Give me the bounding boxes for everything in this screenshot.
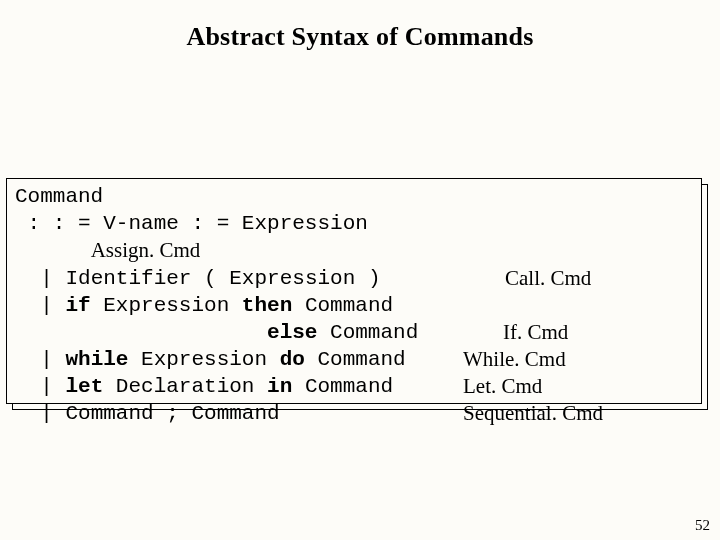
term-command: Command: [318, 348, 406, 371]
label-call: Call. Cmd: [505, 265, 591, 292]
grammar-prod-call: | Identifier ( Expression )Call. Cmd: [15, 265, 693, 292]
grammar-prod-assign: : : = V-name : = Expression: [15, 210, 693, 237]
paren-open: (: [191, 267, 229, 290]
label-let: Let. Cmd: [463, 373, 542, 400]
grammar-bar: |: [15, 348, 65, 371]
kw-in: in: [254, 375, 304, 398]
kw-if: if: [65, 294, 103, 317]
term-expression: Expression: [242, 212, 368, 235]
term-expression: Expression: [103, 294, 229, 317]
term-expression: Expression: [229, 267, 355, 290]
term-expression: Expression: [141, 348, 267, 371]
term-command: Command: [305, 375, 393, 398]
label-while: While. Cmd: [463, 346, 566, 373]
term-command: Command: [65, 402, 153, 425]
grammar-prod-if: | if Expression then Command: [15, 292, 693, 319]
grammar-prod-let: | let Declaration in CommandLet. Cmd: [15, 373, 693, 400]
term-declaration: Declaration: [116, 375, 255, 398]
term-command: Command: [191, 402, 279, 425]
term-vname: V-name: [103, 212, 179, 235]
kw-then: then: [229, 294, 305, 317]
grammar-prod-else: else CommandIf. Cmd: [15, 319, 693, 346]
grammar-prod-seq: | Command ; CommandSequential. Cmd: [15, 400, 693, 427]
op-semicolon: ;: [154, 402, 192, 425]
label-assign: Assign. Cmd: [91, 238, 201, 262]
label-seq: Sequential. Cmd: [463, 400, 603, 427]
grammar-box: Command : : = V-name : = Expression Assi…: [6, 178, 702, 404]
page-number: 52: [695, 517, 710, 534]
term-command: Command: [305, 294, 393, 317]
grammar-label-assign-row: Assign. Cmd: [15, 237, 693, 265]
grammar-bar: |: [15, 402, 65, 425]
grammar-bar: |: [15, 267, 65, 290]
grammar-prod-while: | while Expression do CommandWhile. Cmd: [15, 346, 693, 373]
slide: Abstract Syntax of Commands Command : : …: [0, 0, 720, 540]
indent: [15, 240, 91, 263]
kw-else: else: [267, 321, 330, 344]
paren-close: ): [355, 267, 380, 290]
slide-title: Abstract Syntax of Commands: [0, 0, 720, 52]
grammar-head: Command: [15, 183, 693, 210]
term-identifier: Identifier: [65, 267, 191, 290]
op-assign: : =: [179, 212, 242, 235]
kw-while: while: [65, 348, 141, 371]
else-pad: [15, 321, 267, 344]
kw-let: let: [65, 375, 115, 398]
grammar-bar: |: [15, 375, 65, 398]
term-command: Command: [330, 321, 418, 344]
label-if: If. Cmd: [503, 319, 568, 346]
kw-do: do: [267, 348, 317, 371]
grammar-op: : : =: [15, 212, 103, 235]
grammar-bar: |: [15, 294, 65, 317]
